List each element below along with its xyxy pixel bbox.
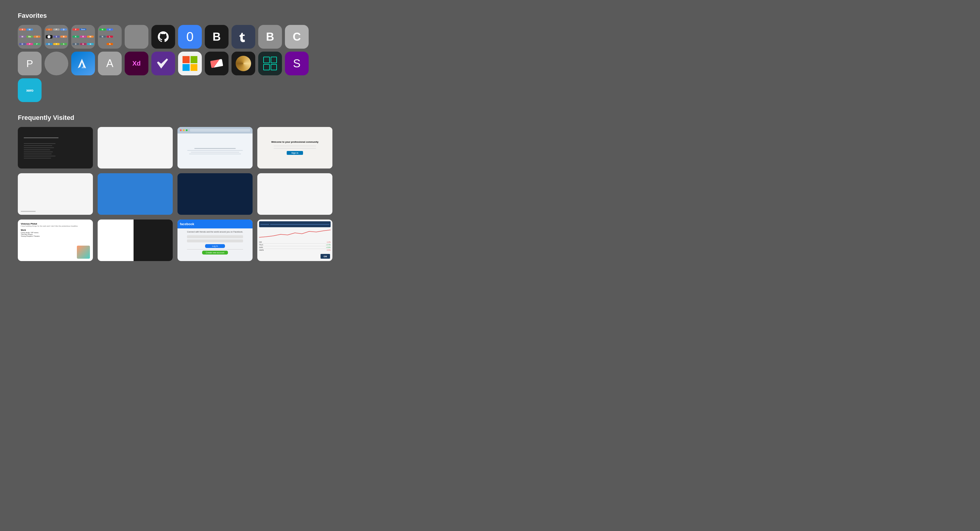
app-icon-circle[interactable]	[45, 52, 68, 75]
frequently-visited-title: Frequently Visited	[18, 114, 962, 122]
visited-card-blue[interactable]	[98, 173, 173, 215]
app-icon-xd[interactable]: Xd	[125, 52, 148, 75]
app-icon-github[interactable]	[151, 25, 175, 49]
portfolio-name: Vinicius Philot	[21, 223, 37, 225]
app-icon-zero[interactable]: 0	[178, 25, 202, 49]
app-icon-eraser[interactable]	[205, 52, 229, 75]
app-icon-microsoft[interactable]	[178, 52, 202, 75]
visited-card-dark-app[interactable]	[18, 127, 93, 169]
app-icon-s-purple[interactable]: S	[285, 52, 309, 75]
visited-card-portfolio[interactable]: Vinicius Philot I love building things f…	[18, 219, 93, 261]
app-icon-p[interactable]: P	[18, 52, 41, 75]
linkedin-sign-in-btn[interactable]: Sign in	[287, 151, 303, 155]
app-icon-multi3[interactable]: F Save K R W D G N	[71, 25, 95, 49]
linkedin-welcome: Welcome to your professional community	[271, 141, 318, 143]
facebook-login-btn[interactable]: Log In	[205, 244, 225, 248]
visited-card-linkedin[interactable]: Welcome to your professional community S…	[257, 127, 332, 169]
visited-card-white-2[interactable]	[18, 173, 93, 215]
visited-card-white-1[interactable]	[98, 127, 173, 169]
app-icon-a[interactable]: A	[98, 52, 122, 75]
portfolio-subtitle: I love building things for the web and I…	[21, 225, 78, 227]
portfolio-work-label: Work	[21, 229, 26, 231]
app-icon-tumblr[interactable]	[232, 25, 255, 49]
favorites-title: Favorites	[18, 12, 962, 19]
facebook-tagline: Connect with friends and the world aroun…	[187, 231, 243, 233]
portfolio-item3: Young People's Theatre	[21, 235, 40, 237]
visited-card-half[interactable]	[98, 219, 173, 261]
app-icon-multi1[interactable]: 8 M M Be U D P F	[18, 25, 41, 49]
app-icon-azure[interactable]	[71, 52, 95, 75]
app-icon-xero[interactable]: xero	[18, 78, 41, 102]
facebook-logo: facebook	[180, 222, 194, 226]
favorites-grid: 8 M M Be U D P F I P D S B B Y S F Save	[18, 25, 332, 102]
app-icon-c-gray[interactable]: C	[285, 25, 309, 49]
visited-card-stocks[interactable]: GM-1.2% TSLA+2.4% AAPL+0.8% AMZN-0.5% GM	[257, 219, 332, 261]
app-icon-rectangles[interactable]	[258, 52, 282, 75]
app-icon-multi2[interactable]: I P D S B B Y S	[45, 25, 68, 49]
frequently-visited-section: Frequently Visited	[18, 114, 962, 261]
app-icon-placeholder[interactable]	[125, 25, 148, 49]
app-icon-gold-swirl[interactable]	[232, 52, 255, 75]
visited-card-browser[interactable]	[178, 127, 253, 169]
visited-grid: Welcome to your professional community S…	[18, 127, 332, 261]
app-icon-vs[interactable]	[151, 52, 175, 75]
app-icon-b-dark[interactable]: B	[205, 25, 229, 49]
visited-card-white-3[interactable]	[257, 173, 332, 215]
app-icon-multi4[interactable]: N V N L N	[98, 25, 122, 49]
visited-card-facebook[interactable]: facebook Connect with friends and the wo…	[178, 219, 253, 261]
facebook-create-btn[interactable]: Create new account	[202, 251, 228, 254]
app-icon-b-gray[interactable]: B	[258, 25, 282, 49]
visited-card-navy[interactable]	[178, 173, 253, 215]
favorites-section: Favorites 8 M M Be U D P F I P D S B B Y…	[18, 12, 962, 102]
